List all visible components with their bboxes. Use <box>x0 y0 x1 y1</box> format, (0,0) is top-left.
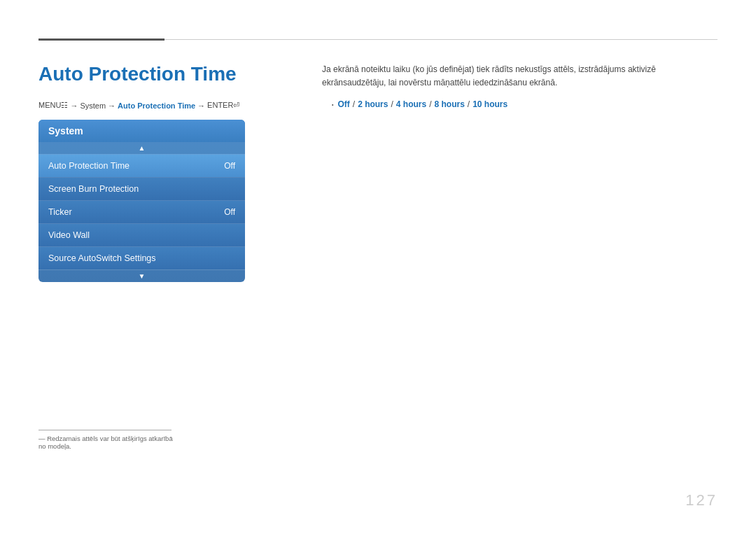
separator-1: / <box>353 99 355 109</box>
menu-item-video-wall[interactable]: Video Wall <box>38 223 245 246</box>
right-column: Ja ekrānā noteiktu laiku (ko jūs definēj… <box>322 63 718 109</box>
menu-item-ticker[interactable]: Ticker Off <box>38 200 245 223</box>
menu-item-screen-burn-label: Screen Burn Protection <box>48 184 139 194</box>
breadcrumb-system: System <box>80 101 106 110</box>
menu-item-source-autoswitch[interactable]: Source AutoSwitch Settings <box>38 246 245 269</box>
menu-item-auto-protection-value: Off <box>224 161 235 171</box>
breadcrumb-arrow-1: → <box>70 101 78 110</box>
page-title: Auto Protection Time <box>38 63 298 85</box>
footnote-text: ― Redzamais attēls var būt atšķirīgs atk… <box>38 435 178 450</box>
bullet-icon: • <box>332 102 333 107</box>
menu-item-auto-protection-label: Auto Protection Time <box>48 161 130 171</box>
page-number: 127 <box>685 491 718 510</box>
system-menu-title: System <box>48 125 83 136</box>
option-8hours: 8 hours <box>435 99 465 109</box>
option-4hours: 4 hours <box>396 99 426 109</box>
breadcrumb-enter: ENTER⏎ <box>207 101 239 110</box>
option-2hours: 2 hours <box>358 99 388 109</box>
separator-4: / <box>468 99 470 109</box>
top-decoration <box>38 38 718 41</box>
footnote-divider <box>38 430 172 430</box>
breadcrumb-arrow-3: → <box>197 101 205 110</box>
breadcrumb: MENU☷ → System → Auto Protection Time → … <box>38 101 298 110</box>
menu-item-auto-protection[interactable]: Auto Protection Time Off <box>38 154 245 177</box>
menu-item-video-wall-label: Video Wall <box>48 230 90 240</box>
menu-item-ticker-label: Ticker <box>48 207 72 217</box>
breadcrumb-current: Auto Protection Time <box>118 101 195 110</box>
breadcrumb-menu: MENU☷ <box>38 101 68 110</box>
top-line-dark <box>38 38 164 41</box>
menu-item-source-autoswitch-label: Source AutoSwitch Settings <box>48 253 156 263</box>
menu-item-screen-burn[interactable]: Screen Burn Protection <box>38 177 245 200</box>
menu-item-ticker-value: Off <box>224 207 235 217</box>
scroll-down-icon[interactable]: ▼ <box>38 269 245 282</box>
left-column: Auto Protection Time MENU☷ → System → Au… <box>38 56 298 282</box>
options-list: • Off / 2 hours / 4 hours / 8 hours / 10… <box>332 99 718 109</box>
scroll-up-icon[interactable]: ▲ <box>38 142 245 154</box>
breadcrumb-arrow-2: → <box>108 101 115 110</box>
system-menu: System ▲ Auto Protection Time Off Screen… <box>38 120 245 282</box>
description-text: Ja ekrānā noteiktu laiku (ko jūs definēj… <box>322 63 718 90</box>
separator-3: / <box>429 99 431 109</box>
system-menu-header: System <box>38 120 245 142</box>
separator-2: / <box>391 99 393 109</box>
footnote-section: ― Redzamais attēls var būt atšķirīgs atk… <box>38 430 178 450</box>
top-line-light <box>164 39 718 40</box>
option-10hours: 10 hours <box>472 99 507 109</box>
option-off: Off <box>337 99 349 109</box>
